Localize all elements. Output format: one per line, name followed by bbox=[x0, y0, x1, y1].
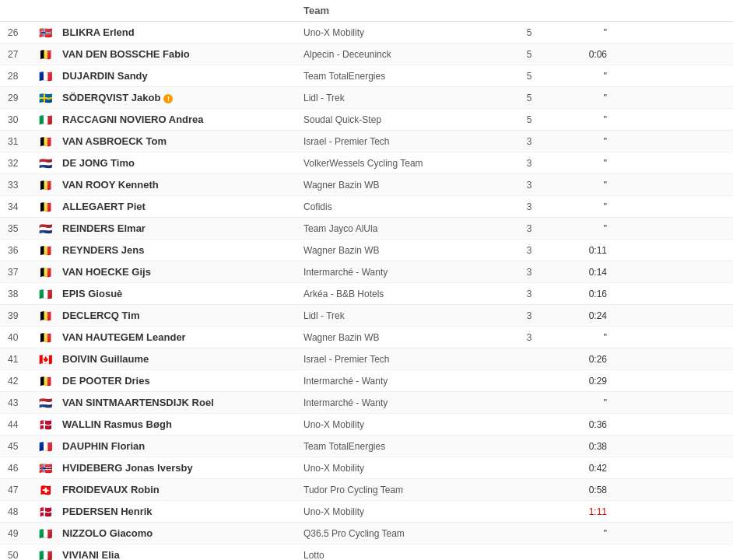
cell-team: Israel - Premier Tech bbox=[303, 354, 506, 365]
cell-team: Intermarché - Wanty bbox=[303, 376, 506, 387]
cell-time: '' bbox=[552, 93, 615, 103]
cell-position: 46 bbox=[0, 463, 39, 474]
cell-time: 0:24 bbox=[552, 310, 615, 321]
cell-time: '' bbox=[552, 71, 615, 82]
header-team: Team bbox=[303, 5, 506, 16]
cell-team: Wagner Bazin WB bbox=[303, 180, 506, 191]
results-table: Team 26 🇳🇴 BLIKRA Erlend Uno-X Mobility … bbox=[0, 0, 733, 560]
flag-icon: 🇮🇹 bbox=[39, 528, 54, 538]
cell-name: DAUPHIN Florian bbox=[62, 440, 303, 452]
flag-icon: 🇧🇪 bbox=[39, 49, 54, 59]
cell-team: Uno-X Mobility bbox=[303, 419, 506, 430]
cell-flag: 🇧🇪 bbox=[39, 332, 62, 342]
cell-time: 0:29 bbox=[552, 376, 615, 387]
cell-position: 39 bbox=[0, 310, 39, 321]
cell-flag: 🇩🇰 bbox=[39, 419, 62, 429]
flag-icon: 🇫🇷 bbox=[39, 441, 54, 451]
cell-name: VAN ROOY Kenneth bbox=[62, 179, 303, 191]
table-row: 42 🇧🇪 DE POOTER Dries Intermarché - Want… bbox=[0, 370, 733, 392]
cell-team: Israel - Premier Tech bbox=[303, 136, 506, 147]
flag-icon: 🇮🇹 bbox=[39, 114, 54, 124]
cell-position: 45 bbox=[0, 441, 39, 452]
cell-flag: 🇫🇷 bbox=[39, 71, 62, 81]
cell-time: 0:06 bbox=[552, 49, 615, 60]
cell-team: Lotto bbox=[303, 550, 506, 561]
cell-flag: 🇧🇪 bbox=[39, 267, 62, 277]
flag-icon: 🇧🇪 bbox=[39, 245, 54, 255]
cell-team: Lidl - Trek bbox=[303, 93, 506, 103]
cell-points: 3 bbox=[506, 136, 552, 147]
flag-icon: 🇩🇰 bbox=[39, 419, 54, 429]
cell-flag: 🇫🇷 bbox=[39, 441, 62, 451]
cell-position: 33 bbox=[0, 180, 39, 191]
cell-flag: 🇧🇪 bbox=[39, 376, 62, 386]
cell-points: 5 bbox=[506, 114, 552, 125]
cell-time: 0:26 bbox=[552, 354, 615, 365]
cell-team: Team Jayco AlUla bbox=[303, 223, 506, 234]
cell-name: VAN ASBROECK Tom bbox=[62, 135, 303, 147]
cell-flag: 🇮🇹 bbox=[39, 528, 62, 538]
cell-position: 29 bbox=[0, 93, 39, 103]
cell-team: Lidl - Trek bbox=[303, 310, 506, 321]
cell-time: '' bbox=[552, 397, 615, 408]
table-header: Team bbox=[0, 0, 733, 22]
table-row: 38 🇮🇹 EPIS Giosuè Arkéa - B&B Hotels 3 0… bbox=[0, 283, 733, 305]
cell-name: PEDERSEN Henrik bbox=[62, 506, 303, 517]
cell-position: 41 bbox=[0, 354, 39, 365]
cell-position: 40 bbox=[0, 332, 39, 343]
cell-flag: 🇧🇪 bbox=[39, 201, 62, 212]
cell-name: HVIDEBERG Jonas Iversby bbox=[62, 462, 303, 474]
cell-team: Intermarché - Wanty bbox=[303, 397, 506, 408]
table-row: 30 🇮🇹 RACCAGNI NOVIERO Andrea Soudal Qui… bbox=[0, 109, 733, 131]
flag-icon: 🇩🇰 bbox=[39, 506, 54, 516]
flag-icon: 🇳🇱 bbox=[39, 397, 54, 408]
cell-team: VolkerWessels Cycling Team bbox=[303, 158, 506, 169]
cell-flag: 🇮🇹 bbox=[39, 289, 62, 299]
cell-team: Wagner Bazin WB bbox=[303, 332, 506, 343]
flag-icon: 🇳🇴 bbox=[39, 463, 54, 473]
cell-name: VAN SINTMAARTENSDIJK Roel bbox=[62, 397, 303, 408]
flag-icon: 🇳🇱 bbox=[39, 223, 54, 233]
flag-icon: 🇧🇪 bbox=[39, 376, 54, 386]
table-row: 44 🇩🇰 WALLIN Rasmus Bøgh Uno-X Mobility … bbox=[0, 414, 733, 436]
cell-name: VIVIANI Elia bbox=[62, 549, 303, 560]
cell-flag: 🇳🇴 bbox=[39, 27, 62, 37]
cell-position: 44 bbox=[0, 419, 39, 430]
cell-points: 5 bbox=[506, 71, 552, 82]
table-row: 32 🇳🇱 DE JONG Timo VolkerWessels Cycling… bbox=[0, 152, 733, 174]
cell-position: 48 bbox=[0, 506, 39, 517]
cell-points: 3 bbox=[506, 180, 552, 191]
cell-time: 0:16 bbox=[552, 289, 615, 299]
cell-name: WALLIN Rasmus Bøgh bbox=[62, 418, 303, 430]
cell-position: 42 bbox=[0, 376, 39, 387]
cell-team: Uno-X Mobility bbox=[303, 27, 506, 38]
cell-time: '' bbox=[552, 201, 615, 212]
cell-flag: 🇩🇰 bbox=[39, 506, 62, 516]
cell-points: 3 bbox=[506, 332, 552, 343]
flag-icon: 🇨🇭 bbox=[39, 485, 54, 495]
cell-flag: 🇧🇪 bbox=[39, 49, 62, 59]
cell-points: 3 bbox=[506, 158, 552, 169]
cell-position: 43 bbox=[0, 397, 39, 408]
table-row: 39 🇧🇪 DECLERCQ Tim Lidl - Trek 3 0:24 bbox=[0, 305, 733, 327]
cell-points: 5 bbox=[506, 49, 552, 60]
flag-icon: 🇮🇹 bbox=[39, 550, 54, 560]
cell-position: 30 bbox=[0, 114, 39, 125]
cell-team: Uno-X Mobility bbox=[303, 463, 506, 474]
cell-points: 3 bbox=[506, 310, 552, 321]
cell-flag: 🇨🇭 bbox=[39, 485, 62, 495]
cell-team: Cofidis bbox=[303, 201, 506, 212]
cell-team: Team TotalEnergies bbox=[303, 441, 506, 452]
cell-team: Q36.5 Pro Cycling Team bbox=[303, 528, 506, 539]
flag-icon: 🇧🇪 bbox=[39, 136, 54, 146]
cell-team: Intermarché - Wanty bbox=[303, 267, 506, 278]
injured-icon: ! bbox=[163, 94, 173, 103]
flag-icon: 🇳🇴 bbox=[39, 27, 54, 37]
flag-icon: 🇳🇱 bbox=[39, 158, 54, 168]
cell-name: BLIKRA Erlend bbox=[62, 26, 303, 38]
cell-flag: 🇧🇪 bbox=[39, 245, 62, 255]
cell-points: 5 bbox=[506, 27, 552, 38]
table-row: 28 🇫🇷 DUJARDIN Sandy Team TotalEnergies … bbox=[0, 65, 733, 87]
flag-icon: 🇫🇷 bbox=[39, 71, 54, 81]
cell-time: '' bbox=[552, 136, 615, 147]
